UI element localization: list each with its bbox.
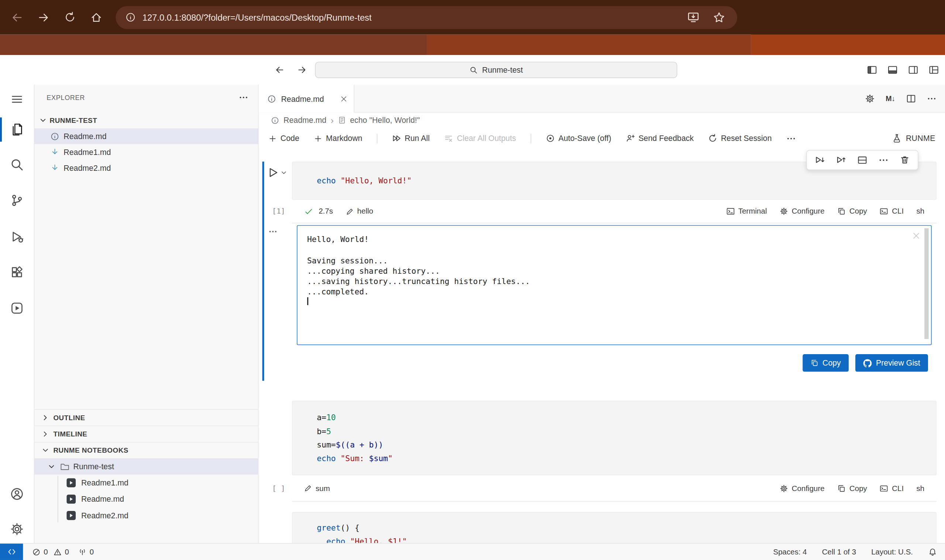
runme-notebooks-icon[interactable] xyxy=(0,296,34,320)
command-center-search[interactable]: Runme-test xyxy=(315,62,677,78)
auto-save-toggle[interactable]: Auto-Save (off) xyxy=(546,134,611,143)
cell-language-label[interactable]: sh xyxy=(917,207,925,215)
breadcrumb-cell[interactable]: echo "Hello, World!" xyxy=(350,115,420,125)
send-feedback-button[interactable]: Send Feedback xyxy=(626,134,694,143)
output-scrollbar-thumb[interactable] xyxy=(924,228,928,339)
cell-3-code[interactable]: greet() { echo "Hello, $1!" xyxy=(292,512,937,543)
file-item-readme2-md[interactable]: Readme2.md xyxy=(35,160,258,175)
delete-cell-icon[interactable] xyxy=(900,155,910,165)
preview-gist-button[interactable]: Preview Gist xyxy=(855,354,928,372)
notebook-item-readme1-md[interactable]: Readme1.md xyxy=(35,475,258,491)
copy-output-button[interactable]: Copy xyxy=(803,354,849,372)
run-cell-button[interactable] xyxy=(267,166,287,178)
markdown-preview-icon[interactable]: M↓ xyxy=(886,94,895,103)
output-close-icon[interactable] xyxy=(912,231,921,240)
history-forward-icon[interactable] xyxy=(297,65,307,75)
extensions-icon[interactable] xyxy=(0,260,34,285)
browser-toolbar: 127.0.0.1:8080/?folder=/Users/macos/Desk… xyxy=(0,0,945,35)
copy-cell-button[interactable]: Copy xyxy=(837,484,867,492)
toggle-secondary-sidebar-icon[interactable] xyxy=(908,65,919,75)
site-info-icon[interactable] xyxy=(125,12,136,23)
ports-indicator[interactable]: 0 xyxy=(78,548,94,556)
indentation-status[interactable]: Spaces: 4 xyxy=(773,548,806,556)
cell-name-button[interactable]: hello xyxy=(345,207,373,215)
browser-address-bar[interactable]: 127.0.0.1:8080/?folder=/Users/macos/Desk… xyxy=(116,6,737,29)
notebook-settings-gear-icon[interactable] xyxy=(865,94,874,103)
run-debug-icon[interactable] xyxy=(0,225,34,249)
terminal-icon xyxy=(726,207,735,215)
bookmark-star-icon[interactable] xyxy=(713,11,725,23)
browser-reload-icon[interactable] xyxy=(64,11,76,23)
vscode-window: Runme-test xyxy=(0,55,945,560)
split-editor-icon[interactable] xyxy=(906,94,916,103)
cli-button[interactable]: CLI xyxy=(880,207,903,215)
customize-layout-icon[interactable] xyxy=(929,65,939,75)
cell-position-status[interactable]: Cell 1 of 3 xyxy=(822,548,856,556)
runme-notebook-folder[interactable]: Runme-test xyxy=(35,458,258,474)
browser-back-icon[interactable] xyxy=(11,11,23,23)
cell-more-actions-icon[interactable] xyxy=(878,155,888,165)
output-more-icon[interactable] xyxy=(268,227,277,236)
tab-close-icon[interactable] xyxy=(340,95,348,103)
keyboard-layout-status[interactable]: Layout: U.S. xyxy=(871,548,913,556)
configure-button[interactable]: Configure xyxy=(780,207,825,215)
source-control-icon[interactable] xyxy=(0,188,34,212)
cli-icon xyxy=(880,484,888,492)
tab-readme-md[interactable]: Readme.md xyxy=(259,85,355,112)
menu-icon[interactable] xyxy=(0,87,34,111)
file-item-readme1-md[interactable]: Readme1.md xyxy=(35,144,258,160)
status-bar: 0 0 0 Spaces: 4 Cell 1 of 3 Layout: U.S. xyxy=(0,543,945,560)
browser-forward-icon[interactable] xyxy=(38,11,50,23)
section-runme-notebooks[interactable]: RUNME NOTEBOOKS xyxy=(35,442,258,458)
toolbar-divider xyxy=(530,134,531,143)
terminal-button[interactable]: Terminal xyxy=(726,207,767,215)
breadcrumb-file[interactable]: Readme.md xyxy=(284,115,326,125)
search-icon[interactable] xyxy=(0,153,34,177)
notebook-play-icon xyxy=(67,495,76,504)
explorer-icon[interactable] xyxy=(0,117,34,142)
notebook-name: Readme.md xyxy=(81,495,124,504)
chevron-down-icon xyxy=(38,115,48,125)
chevron-right-icon xyxy=(41,429,50,438)
split-cell-icon[interactable] xyxy=(857,155,868,165)
explorer-more-actions-icon[interactable] xyxy=(239,92,248,102)
problems-indicator[interactable]: 0 0 xyxy=(32,548,69,556)
section-timeline[interactable]: TIMELINE xyxy=(35,426,258,442)
browser-home-icon[interactable] xyxy=(91,11,103,23)
settings-gear-icon[interactable] xyxy=(0,517,34,541)
run-all-button[interactable]: Run All xyxy=(392,134,430,143)
copy-icon xyxy=(837,207,846,215)
section-outline[interactable]: OUTLINE xyxy=(35,409,258,425)
run-cell-and-below-icon[interactable] xyxy=(815,155,825,165)
notifications-bell-icon[interactable] xyxy=(928,547,937,556)
execution-count: [1] xyxy=(268,207,290,215)
toggle-sidebar-icon[interactable] xyxy=(867,65,877,75)
markdown-file-icon xyxy=(50,163,59,172)
reset-session-button[interactable]: Reset Session xyxy=(708,134,771,143)
tree-root-folder[interactable]: RUNME-TEST xyxy=(35,112,258,128)
notebook-item-readme2-md[interactable]: Readme2.md xyxy=(35,507,258,523)
configure-button[interactable]: Configure xyxy=(780,484,825,492)
editor-more-actions-icon[interactable] xyxy=(927,94,937,103)
account-icon[interactable] xyxy=(0,482,34,506)
toolbar-more-actions-icon[interactable] xyxy=(786,134,796,143)
file-item-readme-md[interactable]: Readme.md xyxy=(35,128,258,144)
remote-icon xyxy=(7,547,16,556)
file-name: Readme2.md xyxy=(63,163,111,172)
notebook-item-readme-md[interactable]: Readme.md xyxy=(35,491,258,507)
sidebar-explorer: EXPLORER RUNME-TEST Readme.md Readme1.md xyxy=(35,85,259,543)
cell-name-button[interactable]: sum xyxy=(304,484,330,492)
add-markdown-button[interactable]: Markdown xyxy=(314,134,362,143)
remote-indicator[interactable] xyxy=(0,544,23,560)
toggle-panel-icon[interactable] xyxy=(887,65,898,75)
github-icon xyxy=(863,358,872,367)
history-back-icon[interactable] xyxy=(274,65,285,75)
run-cells-above-icon[interactable] xyxy=(836,155,846,165)
cell-language-label[interactable]: sh xyxy=(917,484,925,492)
file-name: Readme1.md xyxy=(63,148,111,157)
add-code-button[interactable]: Code xyxy=(268,134,299,143)
cli-button[interactable]: CLI xyxy=(880,484,903,492)
install-app-icon[interactable] xyxy=(687,11,700,24)
cell-2-code[interactable]: a=10b=5sum=$((a + b))echo "Sum: $sum" xyxy=(292,401,937,475)
copy-cell-button[interactable]: Copy xyxy=(837,207,867,215)
